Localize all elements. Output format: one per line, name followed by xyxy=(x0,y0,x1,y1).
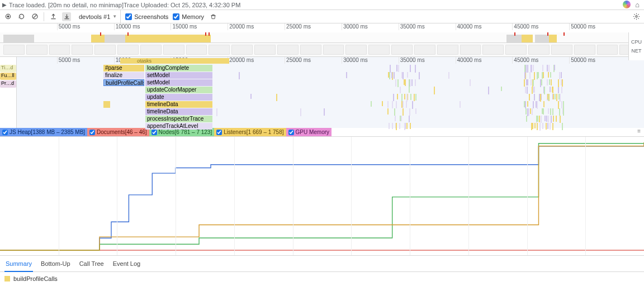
flame-entry[interactable]: updateColorMapper xyxy=(145,87,212,93)
flame-entry[interactable]: timelineData xyxy=(145,108,212,115)
flame-fragment xyxy=(554,65,555,70)
graph-line xyxy=(0,142,644,250)
screenshot-thumb[interactable] xyxy=(186,45,207,55)
flame-fragment xyxy=(529,72,531,79)
flame-fragment xyxy=(550,72,551,78)
flame-fragment xyxy=(556,94,557,100)
screenshot-thumb[interactable] xyxy=(368,45,390,55)
screenshot-thumb[interactable] xyxy=(391,45,413,55)
flame-fragment xyxy=(501,87,502,91)
flame-fragment xyxy=(542,108,543,114)
screenshot-thumb[interactable] xyxy=(551,45,572,55)
flame-fragment xyxy=(400,87,401,93)
resume-icon[interactable]: ▶ xyxy=(0,2,9,8)
screenshot-thumb[interactable] xyxy=(277,45,299,55)
overview-ruler[interactable]: 5000 ms10000 ms15000 ms20000 ms25000 ms3… xyxy=(0,23,644,32)
counter-jsheap[interactable]: JS Heap[1388 MB – 2385 MB] xyxy=(0,128,87,136)
flame-fragment xyxy=(548,108,549,114)
flame-entry[interactable]: finalize xyxy=(103,72,144,79)
upload-icon[interactable] xyxy=(49,12,58,21)
counter-gpu[interactable]: GPU Memory xyxy=(286,128,332,136)
screenshot-thumb[interactable] xyxy=(231,45,253,55)
memory-checkbox[interactable] xyxy=(173,13,179,20)
flame-fragment xyxy=(547,94,548,99)
flame-fragment xyxy=(488,87,489,94)
screenshot-thumb[interactable] xyxy=(140,45,162,55)
svg-point-1 xyxy=(7,15,9,17)
track-prod[interactable]: Pr…d xyxy=(0,80,16,88)
screenshot-thumb[interactable] xyxy=(117,45,139,55)
screenshot-thumb[interactable] xyxy=(528,45,550,55)
screenshot-thumb[interactable] xyxy=(49,45,70,55)
flame-entry[interactable] xyxy=(103,101,110,108)
tab-event-log[interactable]: Event Log xyxy=(112,258,142,269)
screenshot-thumb[interactable] xyxy=(482,45,504,55)
screenshot-thumb[interactable] xyxy=(597,45,618,55)
flame-fragment xyxy=(560,116,561,123)
screenshot-thumb[interactable] xyxy=(254,45,276,55)
screenshot-thumb[interactable] xyxy=(94,45,116,55)
flame-fragment xyxy=(548,65,550,72)
flame-chart[interactable]: 5000 ms10000 ms15000 ms20000 ms25000 ms3… xyxy=(17,57,644,128)
screenshot-thumb[interactable] xyxy=(414,45,435,55)
flame-fragment xyxy=(547,79,548,85)
flame-entry[interactable]: loadingComplete xyxy=(145,65,212,71)
tab-call-tree[interactable]: Call Tree xyxy=(78,258,105,269)
home-icon[interactable]: ⌂ xyxy=(635,1,640,9)
screenshot-thumb[interactable] xyxy=(300,45,321,55)
screenshots-checkbox[interactable] xyxy=(125,13,132,20)
counter-listeners[interactable]: Listeners[1 669 – 1 758] xyxy=(214,128,286,136)
screenshots-toggle[interactable]: Screenshots xyxy=(125,13,168,20)
flame-fragment xyxy=(415,65,416,73)
counter-documents[interactable]: Documents[46 – 46] xyxy=(87,128,149,136)
garbage-collect-icon[interactable] xyxy=(209,12,217,21)
track-full[interactable]: Fu…ll xyxy=(0,73,16,80)
track-timings[interactable]: Ti…d xyxy=(0,65,16,72)
flame-fragment xyxy=(553,94,554,99)
memory-toggle[interactable]: Memory xyxy=(173,13,204,20)
flame-entry[interactable]: appendTrackAtLevel xyxy=(145,123,212,130)
flame-fragment xyxy=(406,94,408,102)
screenshot-thumb[interactable] xyxy=(574,45,595,55)
screenshot-thumb[interactable] xyxy=(3,45,25,55)
bottom-tabs: SummaryBottom-UpCall TreeEvent Log xyxy=(0,256,644,272)
flame-fragment xyxy=(396,123,397,130)
screenshots-strip[interactable] xyxy=(0,42,644,57)
screenshot-thumb[interactable] xyxy=(163,45,184,55)
flame-fragment xyxy=(410,123,411,129)
reload-icon[interactable] xyxy=(17,12,26,21)
overview-long-task-marker xyxy=(547,32,548,36)
flame-entry[interactable]: processInspectorTrace xyxy=(145,116,212,122)
flame-fragment xyxy=(401,101,402,108)
screenshot-thumb[interactable] xyxy=(345,45,367,55)
screenshot-thumb[interactable] xyxy=(209,45,230,55)
flame-entry[interactable]: timelineData xyxy=(145,101,212,108)
flame-entry[interactable]: update xyxy=(145,94,212,101)
flame-entry[interactable]: setModel xyxy=(145,79,212,86)
screenshot-thumb[interactable] xyxy=(26,45,48,55)
flame-entry[interactable]: buildProfileCalls xyxy=(103,79,144,86)
screenshot-thumb[interactable] xyxy=(323,45,344,55)
screenshot-thumb[interactable] xyxy=(72,45,93,55)
settings-icon[interactable] xyxy=(632,12,641,21)
download-icon[interactable] xyxy=(62,12,71,21)
flame-fragment xyxy=(389,123,390,129)
clear-icon[interactable] xyxy=(30,12,39,21)
screenshot-thumb[interactable] xyxy=(460,45,481,55)
net-label: NET xyxy=(629,48,644,54)
cpu-overview[interactable]: CPU NET xyxy=(0,32,644,42)
graph-gridline xyxy=(351,137,352,255)
screenshot-thumb[interactable] xyxy=(437,45,458,55)
tab-bottom-up[interactable]: Bottom-Up xyxy=(40,258,72,269)
context-dropdown[interactable]: devtools #1 ▼ xyxy=(75,10,121,23)
counters-menu-icon[interactable]: ≡ xyxy=(634,128,644,136)
profile-avatar-icon[interactable] xyxy=(623,1,631,8)
tab-summary[interactable]: Summary xyxy=(4,258,33,272)
flame-entry[interactable]: setModel xyxy=(145,72,212,79)
record-icon[interactable] xyxy=(3,12,12,21)
memory-graph[interactable] xyxy=(0,136,644,255)
ruler-tick: 15000 ms xyxy=(171,23,197,30)
graph-gridline xyxy=(176,137,176,255)
screenshot-thumb[interactable] xyxy=(505,45,527,55)
flame-entry[interactable]: #parse xyxy=(103,65,144,71)
